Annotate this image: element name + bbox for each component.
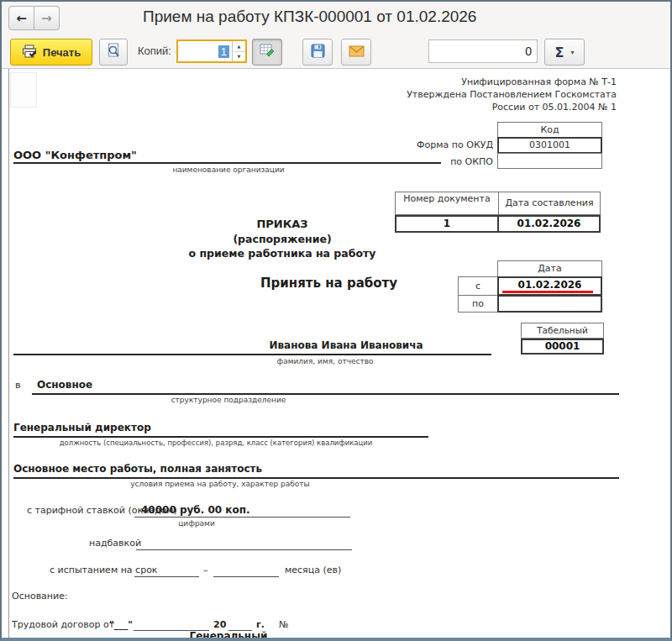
date-from-label-cell: с [458,276,498,296]
copies-increment-button[interactable]: ▲ [233,41,245,51]
cell-cursor[interactable] [10,72,37,108]
tabnum-header-cell: Табельный номер [521,323,604,339]
mail-button[interactable] [341,39,371,66]
nav-buttons: ← → [8,6,60,30]
hire-label: Принять на работу [260,276,397,291]
form-meta: Унифицированная форма № Т-1 Утверждена П… [321,76,617,113]
org-caption: наименование организации [102,166,354,174]
okud-value-cell[interactable]: 0301001 [497,137,602,154]
sum-icon: Σ [555,45,564,60]
print-button-label: Печать [43,46,81,59]
contract-day-quotes: "___" [109,619,133,630]
probation-underline-2 [213,576,279,577]
spinner-arrows: ▲ ▼ [232,41,245,61]
tabnum-value-cell[interactable]: 00001 [521,339,604,355]
okpo-value-cell[interactable] [497,153,602,169]
date-to-value-cell[interactable] [497,295,602,313]
employee-caption: фамилия, имя, отчество [199,357,451,365]
bonus-label: надбавкой [89,538,141,549]
copies-label: Копий: [138,45,171,57]
order-title: ПРИКАЗ [13,218,551,230]
dept-underline [32,393,619,395]
forward-button[interactable]: → [34,6,60,30]
probation-dash: – [203,565,208,575]
org-name: ООО "Конфетпром" [13,149,137,161]
probation-underline-1 [134,576,199,577]
probation-suffix: месяца (ев) [285,565,341,575]
print-preview-button[interactable] [99,39,128,66]
conditions-value: Основное место работы, полная занятость [13,463,262,475]
dept-value: Основное [37,379,92,391]
page-title: Прием на работу КПЗК-000001 от 01.02.202… [143,8,476,26]
caret-down-icon: ▾ [570,49,574,56]
back-button[interactable]: ← [8,6,34,30]
print-button[interactable]: Печать [10,39,92,66]
order-subject: о приеме работника на работу [13,247,551,260]
code-header-cell: Код [497,122,602,138]
mail-icon [349,45,365,60]
contract-year-prefix: 20 [213,619,226,630]
copies-spinner[interactable]: 1 ▲ ▼ [176,39,247,63]
dept-prefix: в [15,380,20,391]
counter-value: 0 [525,45,532,58]
employee-name: Иванова Ивана Ивановича [195,339,497,351]
sum-button[interactable]: Σ ▾ [544,39,585,66]
conditions-underline [13,477,619,479]
conditions-caption: условия приема на работу, характер работ… [52,480,388,488]
doc-date-header-cell: Дата составления [498,192,601,215]
employee-underline [13,354,491,355]
date-to-label-cell: по [458,295,498,313]
save-button[interactable] [302,39,333,66]
okud-label: Форма по ОКУД [363,139,493,150]
bonus-underline [136,549,352,550]
salary-underline [134,517,350,518]
copies-value[interactable]: 1 [218,45,229,58]
signer-position: Генеральный [136,630,321,641]
counter-field[interactable]: 0 [428,39,538,63]
edit-table-button[interactable] [252,39,282,66]
org-underline [13,162,441,164]
arrow-down-icon: ▼ [238,54,241,59]
red-underline-annotation [502,291,593,293]
position-underline [13,436,428,438]
forward-icon: → [41,11,52,26]
printer-icon [22,45,38,60]
basis-label: Основание: [12,591,68,602]
save-icon [311,44,325,61]
dept-caption: структурное подразделение [119,396,338,404]
app-window: ← → Прием на работу КПЗК-000001 от 01.02… [0,0,672,641]
probation-label: с испытанием на срок [50,565,158,575]
contract-year-suffix: г. [256,619,265,630]
contract-number-sign: № [279,619,288,630]
meta-line: Унифицированная форма № Т-1 [321,76,617,88]
copies-decrement-button[interactable]: ▼ [233,51,245,62]
position-caption: должность (специальность, профессия), ра… [23,439,409,447]
order-subtitle: (распоряжение) [13,233,551,245]
doc-number-header-cell: Номер документа [395,192,499,215]
salary-value: 40000 руб. 00 коп. [141,504,250,516]
table-edit-icon [260,43,275,61]
arrow-up-icon: ▲ [238,44,241,49]
contract-label: Трудовой договор от [12,619,114,630]
meta-line: России от 05.01.2004 № 1 [321,101,617,113]
page-margin-line [8,69,9,639]
back-icon: ← [16,11,27,26]
date-header-cell: Дата [497,260,602,277]
position-value: Генеральный директор [13,422,151,433]
salary-caption: цифрами [113,519,281,528]
meta-line: Утверждена Постановлением Госкомстата [321,88,617,101]
preview-icon [106,43,121,61]
